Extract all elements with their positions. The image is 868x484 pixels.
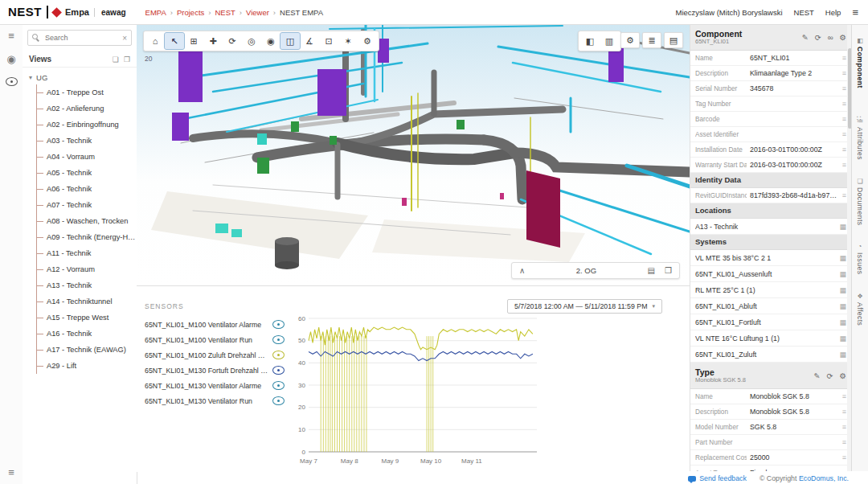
history-icon[interactable]: ≡	[842, 161, 846, 169]
sensor-chart[interactable]: 0102030405060May 7May 8May 9May 10May 11	[288, 314, 545, 468]
sensor-visibility-eye-icon[interactable]	[272, 320, 285, 329]
breadcrumb-item[interactable]: NEST EMPA	[280, 8, 323, 17]
history-icon[interactable]: ≡	[842, 408, 846, 416]
tree-item-room[interactable]: A14 - Techniktunnel	[37, 293, 137, 310]
print-icon[interactable]: ▤	[664, 32, 683, 48]
clear-search-icon[interactable]: ×	[122, 34, 127, 43]
sensor-visibility-eye-icon[interactable]	[272, 335, 285, 344]
history-icon[interactable]: ≡	[842, 115, 846, 123]
history-icon[interactable]: ≡	[842, 69, 846, 77]
tree-item-room[interactable]: A17 - Technik (EAWAG)	[37, 342, 137, 358]
look-around-icon[interactable]: ◎	[242, 33, 261, 49]
select-icon[interactable]: ↖	[165, 33, 184, 49]
rect-select-icon[interactable]: ⊞	[184, 33, 203, 49]
history-icon[interactable]: ≡	[842, 54, 846, 62]
nav-help[interactable]: Help	[825, 8, 841, 17]
tree-item-room[interactable]: A01 - Treppe Ost	[37, 84, 137, 100]
tree-item-room[interactable]: A08 - Waschen, Trocken	[37, 213, 137, 229]
system-row[interactable]: 65NT_KLI01_Fortluft ▦	[690, 314, 853, 330]
sensor-row[interactable]: 65NT_KLI01_M130 Ventilator Run	[141, 393, 288, 408]
history-icon[interactable]: ≡	[842, 438, 846, 446]
bim-model[interactable]	[137, 24, 690, 285]
menu-icon[interactable]: ≡	[852, 6, 858, 18]
gear-icon[interactable]: ⚙	[620, 32, 640, 48]
sensor-visibility-eye-icon[interactable]	[272, 366, 285, 375]
history-icon[interactable]: ≡	[842, 469, 846, 471]
walk-icon[interactable]: ◉	[261, 33, 280, 49]
link-icon[interactable]: ∞	[828, 33, 833, 42]
stats-icon[interactable]: ▥	[600, 33, 619, 49]
system-row[interactable]: VL MTE 35 bis 38°C 2 1 ▦	[690, 250, 853, 266]
breadcrumb-item[interactable]: NEST	[215, 8, 246, 17]
sensor-visibility-eye-icon[interactable]	[272, 351, 285, 359]
settings-icon[interactable]: ⚙	[839, 33, 846, 42]
system-row[interactable]: 65NT_KLI01_Aussenluft ▦	[690, 266, 853, 282]
sensor-row[interactable]: 65NT_KLI01_M100 Zuluft Drehzahl Ventilat…	[141, 347, 288, 363]
nav-nest[interactable]: NEST	[794, 8, 814, 17]
menu-icon[interactable]: ≡	[8, 467, 14, 478]
tab-issues[interactable]: ◔ Issues	[856, 243, 864, 275]
tree-item-room[interactable]: A02 - Anlieferung	[37, 100, 137, 117]
history-icon[interactable]: ≡	[842, 453, 846, 461]
history-icon[interactable]: ≡	[842, 84, 846, 92]
tree-item-room[interactable]: A13 - Technik	[37, 277, 137, 293]
search-box[interactable]: ×	[27, 30, 132, 46]
tree-item-room[interactable]: A11 - Technik	[37, 245, 137, 261]
system-row[interactable]: VL NTE 16°C Lüftung 1 (1) ▦	[690, 330, 853, 347]
measure-icon[interactable]: ∡	[300, 33, 319, 49]
fit-view-icon[interactable]: ⊡	[319, 33, 338, 49]
company-link[interactable]: EcoDomus, Inc.	[799, 474, 849, 482]
date-range-picker[interactable]: 5/7/2018 12:00 AM — 5/11/2018 11:59 PM ▾	[507, 299, 662, 314]
drag-grip-icon[interactable]: ∷	[857, 114, 862, 122]
visibility-eye-icon[interactable]	[6, 77, 18, 88]
tree-item-room[interactable]: A16 - Technik	[37, 326, 137, 342]
tab-attributes[interactable]: ≔ Attributes	[856, 117, 864, 160]
edit-icon[interactable]: ✎	[802, 33, 809, 42]
tree-item-room[interactable]: A12 - Vorraum	[37, 261, 137, 277]
system-row[interactable]: 65NT_KLI01_Zuluft ▦	[690, 347, 853, 363]
folder-icon[interactable]: ❐	[124, 55, 130, 64]
breadcrumb-item[interactable]: EMPA	[145, 8, 177, 17]
layers-icon[interactable]: ≣	[642, 32, 661, 48]
history-icon[interactable]: ≡	[842, 191, 846, 199]
location-pin-icon[interactable]: ◉	[6, 54, 15, 64]
sensor-visibility-eye-icon[interactable]	[272, 396, 285, 405]
sensor-row[interactable]: 65NT_KLI01_M130 Fortuft Drehzahl Ventila…	[141, 363, 288, 378]
user-name[interactable]: Mieczyslaw (Mitch) Boryslawski	[676, 8, 783, 17]
settings-icon[interactable]: ⚙	[839, 371, 846, 380]
tree-item-room[interactable]: A15 - Treppe West	[37, 310, 137, 326]
tab-documents[interactable]: ❏ Documents	[856, 178, 864, 226]
sensor-row[interactable]: 65NT_KLI01_M100 Ventilator Alarme	[141, 317, 288, 332]
tab-affects[interactable]: ❖ Affects	[856, 293, 864, 326]
section-icon[interactable]: ◫	[280, 33, 300, 49]
sensor-visibility-eye-icon[interactable]	[272, 381, 285, 390]
history-icon[interactable]: ≡	[842, 146, 846, 154]
history-icon[interactable]: ≡	[842, 392, 846, 400]
map-icon[interactable]: ❐	[665, 266, 672, 275]
refresh-icon[interactable]: ⟳	[815, 33, 821, 42]
tree-item-room[interactable]: A04 - Vorraum	[37, 149, 137, 165]
tree-item-room[interactable]: A02 - Einbringoffnung	[37, 117, 137, 133]
menu-icon[interactable]: ≡	[8, 31, 14, 41]
model-browser-icon[interactable]: ◧	[580, 33, 600, 49]
system-row[interactable]: RL MTE 25°C 1 (1) ▦	[690, 282, 853, 298]
tree-item-room[interactable]: A29 - Lift	[37, 358, 137, 374]
edit-icon[interactable]: ✎	[814, 371, 821, 380]
chevron-up-icon[interactable]: ∧	[519, 266, 525, 275]
tab-component[interactable]: ◧ Component	[856, 37, 864, 88]
pan-icon[interactable]: ✚	[203, 33, 223, 49]
history-icon[interactable]: ≡	[842, 423, 846, 431]
send-feedback-link[interactable]: Send feedback	[688, 474, 747, 482]
tree-item-room[interactable]: A07 - Technik	[37, 197, 137, 213]
saved-views-icon[interactable]: ❏	[113, 55, 119, 64]
orbit-icon[interactable]: ⟳	[223, 33, 242, 49]
level-selector[interactable]: 2. OG	[534, 266, 637, 275]
breadcrumb-item[interactable]: Projects	[177, 8, 215, 17]
tree-item-room[interactable]: A06 - Technik	[37, 181, 137, 197]
tree-item-room[interactable]: A03 - Technik	[37, 133, 137, 149]
explode-icon[interactable]: ✶	[338, 33, 358, 49]
sensor-row[interactable]: 65NT_KLI01_M130 Ventilator Alarme	[141, 378, 288, 393]
refresh-icon[interactable]: ⟳	[827, 371, 833, 380]
history-icon[interactable]: ≡	[842, 130, 846, 138]
history-icon[interactable]: ≡	[842, 100, 846, 108]
